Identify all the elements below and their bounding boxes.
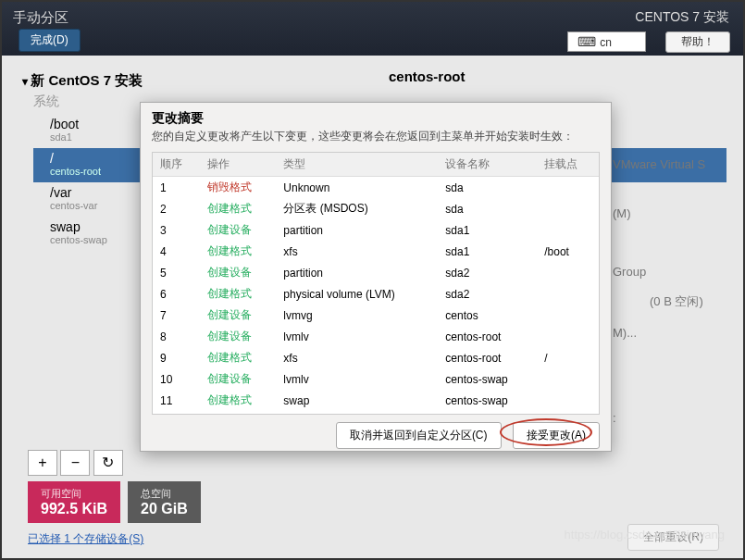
cell-type: swap <box>276 390 438 411</box>
cell-dev: sda <box>438 198 537 219</box>
cell-mount: / <box>537 347 599 368</box>
space-summary: 可用空间 992.5 KiB 总空间 20 GiB <box>28 481 201 523</box>
cell-order: 4 <box>153 241 200 262</box>
table-row[interactable]: 1销毁格式Unknownsda <box>153 177 599 199</box>
cell-mount: /boot <box>537 241 599 262</box>
cell-dev: centos-swap <box>438 390 537 411</box>
changes-table-wrap[interactable]: 顺序 操作 类型 设备名称 挂载点 1销毁格式Unknownsda2创建格式分区… <box>152 152 600 415</box>
cell-type: 分区表 (MSDOS) <box>276 198 438 219</box>
cell-type: physical volume (LVM) <box>276 283 438 305</box>
table-row[interactable]: 7创建设备lvmvgcentos <box>153 305 599 326</box>
table-row[interactable]: 4创建格式xfssda1/boot <box>153 241 599 262</box>
cell-mount <box>537 177 599 199</box>
col-order[interactable]: 顺序 <box>153 153 200 177</box>
cell-mount <box>537 219 599 241</box>
accept-button[interactable]: 接受更改(A) <box>513 422 600 449</box>
volume-group-label: Group <box>613 265 646 279</box>
cell-order: 5 <box>153 262 200 283</box>
cell-order: 10 <box>153 368 200 390</box>
cell-op: 创建格式 <box>200 241 276 262</box>
available-space-value: 992.5 KiB <box>41 501 107 517</box>
keyboard-layout-selector[interactable]: cn <box>567 31 646 52</box>
changes-table: 顺序 操作 类型 设备名称 挂载点 1销毁格式Unknownsda2创建格式分区… <box>153 153 599 415</box>
cell-mount <box>537 262 599 283</box>
top-bar: 手动分区 完成(D) CENTOS 7 安装 cn 帮助！ <box>2 2 743 56</box>
cell-mount <box>537 326 599 347</box>
cell-type: partition <box>276 219 438 241</box>
install-header[interactable]: 新 CentOS 7 安装 <box>22 72 726 90</box>
cell-order: 7 <box>153 305 200 326</box>
table-row[interactable]: 2创建格式分区表 (MSDOS)sda <box>153 198 599 219</box>
available-space-label: 可用空间 <box>41 487 107 501</box>
cell-order: 3 <box>153 219 200 241</box>
cell-op: 创建格式 <box>200 390 276 411</box>
cell-type: Unknown <box>276 177 438 199</box>
partition-toolbar: + − ↻ <box>28 450 123 476</box>
cell-op: 创建设备 <box>200 262 276 283</box>
cell-type: partition <box>276 262 438 283</box>
cell-op: 创建设备 <box>200 219 276 241</box>
cell-type: lvmvg <box>276 305 438 326</box>
cell-mount <box>537 198 599 219</box>
cell-dev: sda1 <box>438 241 537 262</box>
cell-order: 8 <box>153 326 200 347</box>
cell-dev: centos-root <box>438 347 537 368</box>
cell-dev: sda1 <box>438 219 537 241</box>
available-space-box: 可用空间 992.5 KiB <box>28 481 120 523</box>
cell-order: 2 <box>153 198 200 219</box>
cell-dev: sda2 <box>438 283 537 305</box>
dialog-title: 更改摘要 <box>141 103 611 129</box>
cell-op: 创建设备 <box>200 326 276 347</box>
help-button[interactable]: 帮助！ <box>665 31 730 53</box>
installer-title: CENTOS 7 安装 <box>635 9 729 26</box>
col-type[interactable]: 类型 <box>276 153 438 177</box>
cell-mount <box>537 390 599 411</box>
cell-type: xfs <box>276 241 438 262</box>
table-row[interactable]: 9创建格式xfscentos-root/ <box>153 347 599 368</box>
reset-all-button[interactable]: 全部重设(R) <box>627 524 719 551</box>
table-row[interactable]: 10创建设备lvmlvcentos-swap <box>153 368 599 390</box>
cell-order: 6 <box>153 283 200 305</box>
table-row[interactable]: 11创建格式swapcentos-swap <box>153 390 599 411</box>
cancel-button[interactable]: 取消并返回到自定义分区(C) <box>336 422 502 449</box>
dialog-description: 您的自定义更改将产生以下变更，这些变更将会在您返回到主菜单并开始安装时生效： <box>141 129 611 152</box>
cell-op: 创建设备 <box>200 305 276 326</box>
table-row[interactable]: 6创建格式physical volume (LVM)sda2 <box>153 283 599 305</box>
col-dev[interactable]: 设备名称 <box>438 153 537 177</box>
col-op[interactable]: 操作 <box>200 153 276 177</box>
cell-dev: centos-swap <box>438 368 537 390</box>
storage-devices-link[interactable]: 已选择 1 个存储设备(S) <box>28 531 143 547</box>
total-space-box: 总空间 20 GiB <box>128 481 201 523</box>
modify-btn-ghost[interactable]: (M) <box>613 206 631 220</box>
table-row[interactable]: 3创建设备partitionsda1 <box>153 219 599 241</box>
cell-op: 创建格式 <box>200 198 276 219</box>
cell-order: 11 <box>153 390 200 411</box>
cell-mount <box>537 283 599 305</box>
cell-op: 创建设备 <box>200 368 276 390</box>
table-row[interactable]: 5创建设备partitionsda2 <box>153 262 599 283</box>
page-title: 手动分区 <box>13 9 68 27</box>
cell-mount <box>537 305 599 326</box>
done-button[interactable]: 完成(D) <box>19 29 81 52</box>
cell-dev: sda2 <box>438 262 537 283</box>
cell-mount <box>537 368 599 390</box>
modify-vg-ghost[interactable]: M)... <box>613 326 637 340</box>
cell-type: xfs <box>276 347 438 368</box>
total-space-value: 20 GiB <box>141 501 188 517</box>
volume-group-free[interactable]: (0 B 空闲) <box>650 293 703 310</box>
dialog-buttons: 取消并返回到自定义分区(C) 接受更改(A) <box>141 415 611 456</box>
cell-type: lvmlv <box>276 326 438 347</box>
col-mount[interactable]: 挂载点 <box>537 153 599 177</box>
cell-order: 1 <box>153 177 200 199</box>
reload-button[interactable]: ↻ <box>93 450 123 476</box>
cell-dev: centos <box>438 305 537 326</box>
remove-partition-button[interactable]: − <box>60 450 90 476</box>
add-partition-button[interactable]: + <box>28 450 57 476</box>
device-info: VMware Virtual S <box>613 157 705 171</box>
label-colon: : <box>613 411 616 425</box>
cell-dev: sda <box>438 177 537 199</box>
table-row[interactable]: 8创建设备lvmlvcentos-root <box>153 326 599 347</box>
cell-op: 销毁格式 <box>200 177 276 199</box>
cell-order: 9 <box>153 347 200 368</box>
total-space-label: 总空间 <box>141 487 188 501</box>
